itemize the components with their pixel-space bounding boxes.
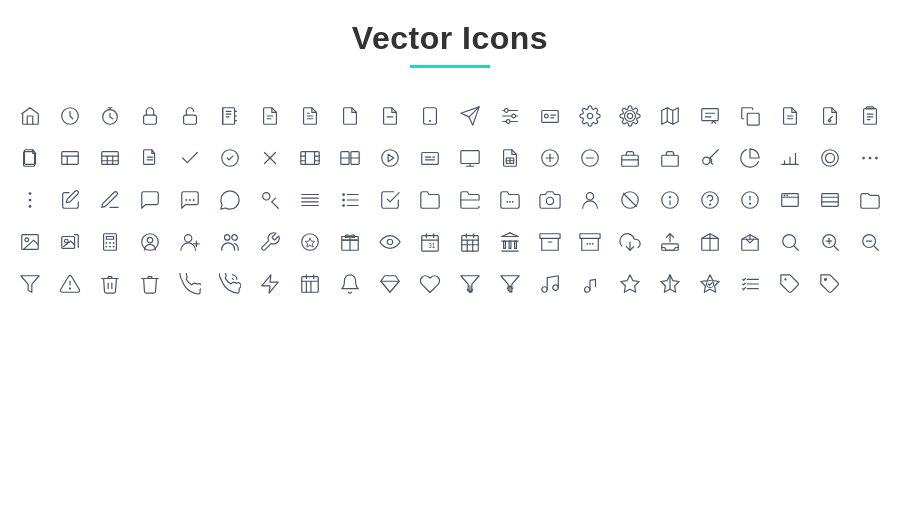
alert-circle-icon[interactable]	[732, 182, 768, 218]
star-empty-icon[interactable]	[612, 266, 648, 302]
clock-icon[interactable]	[52, 98, 88, 134]
file-icon[interactable]	[332, 98, 368, 134]
search-plus-icon[interactable]	[812, 224, 848, 260]
zap-icon[interactable]	[252, 266, 288, 302]
file-text-icon[interactable]	[292, 98, 328, 134]
notebook-icon[interactable]	[212, 98, 248, 134]
star-badge-icon[interactable]	[292, 224, 328, 260]
star-check-icon[interactable]	[692, 266, 728, 302]
filter-up-icon[interactable]	[492, 266, 528, 302]
document-icon[interactable]	[252, 98, 288, 134]
list-task-icon[interactable]	[732, 266, 768, 302]
info-icon[interactable]	[652, 182, 688, 218]
map-icon[interactable]	[652, 98, 688, 134]
inbox-up-icon[interactable]	[612, 224, 648, 260]
sliders-icon[interactable]	[492, 98, 528, 134]
trash-icon[interactable]	[92, 266, 128, 302]
alert-triangle-icon[interactable]	[52, 266, 88, 302]
briefcase2-icon[interactable]	[652, 140, 688, 176]
gift-icon[interactable]	[332, 224, 368, 260]
phone-call-icon[interactable]	[212, 266, 248, 302]
file-edit-icon[interactable]	[812, 98, 848, 134]
image-icon[interactable]	[12, 224, 48, 260]
align-lines-icon[interactable]	[292, 182, 328, 218]
folder-open-icon[interactable]	[452, 182, 488, 218]
phone-icon[interactable]	[172, 266, 208, 302]
unlock-icon[interactable]	[172, 98, 208, 134]
pen-icon[interactable]	[92, 182, 128, 218]
check-circle-icon[interactable]	[212, 140, 248, 176]
filter-down-icon[interactable]	[452, 266, 488, 302]
chat-icon[interactable]	[132, 182, 168, 218]
more-vertical-icon[interactable]	[12, 182, 48, 218]
users-icon[interactable]	[212, 224, 248, 260]
user-add-icon[interactable]	[172, 224, 208, 260]
donut-chart-icon[interactable]	[812, 140, 848, 176]
minus-icon[interactable]	[572, 140, 608, 176]
chat-round-icon[interactable]	[212, 182, 248, 218]
briefcase-icon[interactable]	[612, 140, 648, 176]
pages-icon[interactable]	[12, 140, 48, 176]
clipboard-icon[interactable]	[852, 98, 888, 134]
plus-icon[interactable]	[532, 140, 568, 176]
home-icon[interactable]	[12, 98, 48, 134]
doc-table-icon[interactable]	[492, 140, 528, 176]
user-icon[interactable]	[572, 182, 608, 218]
stopwatch-icon[interactable]	[92, 98, 128, 134]
tablet-icon[interactable]	[412, 98, 448, 134]
tag-outline-icon[interactable]	[812, 266, 848, 302]
heart-icon[interactable]	[412, 266, 448, 302]
star-half-icon[interactable]	[652, 266, 688, 302]
folder-simple-icon[interactable]	[852, 182, 888, 218]
tag-icon[interactable]	[772, 266, 808, 302]
folder-icon[interactable]	[412, 182, 448, 218]
checklist-icon[interactable]	[372, 182, 408, 218]
archive-dots-icon[interactable]	[572, 224, 608, 260]
settings2-icon[interactable]	[612, 98, 648, 134]
list-icon[interactable]	[92, 140, 128, 176]
music-note-icon[interactable]	[532, 266, 568, 302]
pie-chart-icon[interactable]	[732, 140, 768, 176]
film-icon[interactable]	[292, 140, 328, 176]
monitor-icon[interactable]	[452, 140, 488, 176]
diamond-icon[interactable]	[372, 266, 408, 302]
id-card-icon[interactable]	[532, 98, 568, 134]
check-icon[interactable]	[172, 140, 208, 176]
certificate-icon[interactable]	[692, 98, 728, 134]
bell-icon[interactable]	[332, 266, 368, 302]
bar-chart-icon[interactable]	[772, 140, 808, 176]
photos-icon[interactable]	[52, 224, 88, 260]
table-icon[interactable]	[52, 140, 88, 176]
bank-icon[interactable]	[492, 224, 528, 260]
trash2-icon[interactable]	[132, 266, 168, 302]
box-arrow-icon[interactable]	[692, 224, 728, 260]
window-icon[interactable]	[772, 182, 808, 218]
search-icon[interactable]	[772, 224, 808, 260]
box-open-icon[interactable]	[732, 224, 768, 260]
calendar-icon[interactable]: 31	[412, 224, 448, 260]
filter-icon[interactable]	[12, 266, 48, 302]
note-icon[interactable]	[132, 140, 168, 176]
send-icon[interactable]	[452, 98, 488, 134]
gear-icon[interactable]	[572, 98, 608, 134]
copy-icon[interactable]	[732, 98, 768, 134]
single-note-icon[interactable]	[572, 266, 608, 302]
subtitles-icon[interactable]	[412, 140, 448, 176]
ban-icon[interactable]	[612, 182, 648, 218]
film-grid-icon[interactable]	[332, 140, 368, 176]
tag-calendar-icon[interactable]	[292, 266, 328, 302]
list-bullets-icon[interactable]	[332, 182, 368, 218]
more-horizontal-icon[interactable]	[852, 140, 888, 176]
x-icon[interactable]	[252, 140, 288, 176]
avatar-icon[interactable]	[132, 224, 168, 260]
layers-icon[interactable]	[812, 182, 848, 218]
file-minus-icon[interactable]	[372, 98, 408, 134]
folder-dots-icon[interactable]	[492, 182, 528, 218]
lock-icon[interactable]	[132, 98, 168, 134]
help-icon[interactable]	[692, 182, 728, 218]
calendar-grid-icon[interactable]	[452, 224, 488, 260]
play-circle-icon[interactable]	[372, 140, 408, 176]
archive-icon[interactable]	[532, 224, 568, 260]
search-minus-icon[interactable]	[852, 224, 888, 260]
edit-icon[interactable]	[52, 182, 88, 218]
